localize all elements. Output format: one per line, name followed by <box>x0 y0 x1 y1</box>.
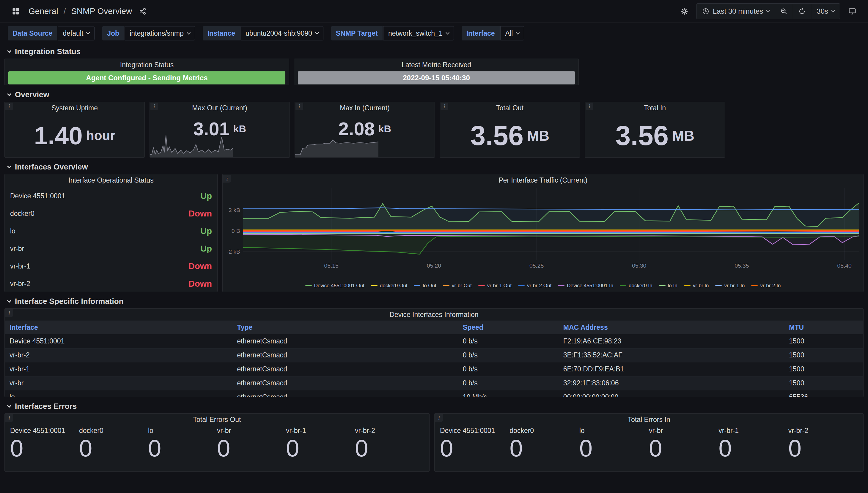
error-interface-name: Device 4551:0001 <box>10 427 79 435</box>
variable-current-value: All <box>505 29 513 38</box>
info-icon[interactable]: i <box>150 103 158 110</box>
panel-title[interactable]: Total In <box>585 102 725 114</box>
panel-title[interactable]: Interface Operational Status <box>5 174 217 186</box>
legend-item-docker0-in[interactable]: docker0 In <box>620 283 652 289</box>
error-stat: vr-br-20 <box>355 427 424 461</box>
panel-interface-operational-status: Interface Operational Status Device 4551… <box>4 174 218 292</box>
panel-title[interactable]: Total Out <box>440 102 580 114</box>
panel-total-errors-out: i Total Errors Out Device 4551:00010dock… <box>4 413 429 472</box>
error-count-value: 0 <box>788 436 858 461</box>
info-icon[interactable]: i <box>435 414 443 422</box>
panel-title[interactable]: Total Errors In <box>435 414 863 426</box>
breadcrumb-folder[interactable]: General <box>28 6 58 16</box>
dashboards-grid-icon[interactable] <box>8 3 24 19</box>
error-count-value: 0 <box>217 436 286 461</box>
legend-item-lo-out[interactable]: lo Out <box>414 283 436 289</box>
table-cell: vr-br <box>5 376 232 390</box>
legend-label: vr-br-1 Out <box>487 283 512 289</box>
series-color-swatch <box>751 285 758 286</box>
svg-text:05:20: 05:20 <box>427 262 441 269</box>
panel-title[interactable]: Max Out (Current) <box>150 102 290 114</box>
column-header-type[interactable]: Type <box>232 321 458 334</box>
legend-item-docker0-out[interactable]: docker0 Out <box>371 283 407 289</box>
breadcrumb-dashboard-title[interactable]: SNMP Overview <box>71 6 132 16</box>
info-icon[interactable]: i <box>5 309 13 317</box>
series-color-swatch <box>478 285 485 286</box>
section-interfaces-overview[interactable]: Interfaces Overview <box>0 162 868 172</box>
section-collapse-icon <box>7 164 11 168</box>
legend-item-vr-br-2-in[interactable]: vr-br-2 In <box>751 283 781 289</box>
interface-status-row: loUp <box>10 222 212 240</box>
panel-title[interactable]: Per Interface Traffic (Current) <box>223 174 863 186</box>
time-range-picker[interactable]: Last 30 minutes <box>696 3 775 19</box>
legend-item-device-4551-0001-out[interactable]: Device 4551:0001 Out <box>305 283 364 289</box>
column-header-mtu[interactable]: MTU <box>784 321 863 334</box>
sparkline-chart <box>295 132 378 157</box>
variable-value-dropdown[interactable]: integrations/snmp <box>125 26 195 40</box>
panel-title[interactable]: Max In (Current) <box>295 102 435 114</box>
panel-title[interactable]: System Uptime <box>5 102 144 114</box>
legend-item-device-4551-0001-in[interactable]: Device 4551:0001 In <box>558 283 613 289</box>
chevron-down-icon <box>766 8 770 12</box>
info-icon[interactable]: i <box>5 414 13 422</box>
legend-item-vr-br-1-out[interactable]: vr-br-1 Out <box>478 283 512 289</box>
variable-value-dropdown[interactable]: network_switch_1 <box>383 26 454 40</box>
dashboard-settings-button[interactable] <box>676 3 692 19</box>
table-cell: lo <box>5 390 232 397</box>
panel-title[interactable]: Latest Metric Received <box>294 59 578 71</box>
grid-icon <box>12 7 20 16</box>
column-header-mac-address[interactable]: MAC Address <box>559 321 784 334</box>
variable-data-source: Data Sourcedefault <box>8 26 94 40</box>
info-icon[interactable]: i <box>223 175 231 183</box>
series-color-swatch <box>518 285 525 286</box>
variable-value-dropdown[interactable]: default <box>58 26 94 40</box>
refresh-interval-dropdown[interactable]: 30s <box>811 3 840 19</box>
panel-title[interactable]: Integration Status <box>5 59 289 71</box>
variable-value-dropdown[interactable]: ubuntu2004-shb:9090 <box>241 26 324 40</box>
legend-item-lo-in[interactable]: lo In <box>659 283 677 289</box>
svg-text:2 kB: 2 kB <box>229 207 240 213</box>
refresh-button[interactable] <box>793 3 811 19</box>
legend-label: Device 4551:0001 In <box>567 283 613 289</box>
legend-label: vr-br-2 In <box>760 283 781 289</box>
table-row: Device 4551:0001ethernetCsmacd0 b/sF2:19… <box>5 334 863 348</box>
table-row: vr-br-1ethernetCsmacd0 b/s6E:70:DD:F9:EA… <box>5 362 863 376</box>
info-icon[interactable]: i <box>5 103 13 110</box>
series-color-swatch <box>715 285 722 286</box>
info-icon[interactable]: i <box>441 103 448 110</box>
section-interface-specific[interactable]: Interface Specific Information <box>0 297 868 306</box>
column-header-interface[interactable]: Interface <box>5 321 232 334</box>
legend-item-vr-br-in[interactable]: vr-br In <box>684 283 709 289</box>
legend-label: vr-br-1 In <box>724 283 744 289</box>
stat-value: 3.56 <box>470 122 524 149</box>
zoom-out-time-button[interactable] <box>775 3 793 19</box>
panel-total-in: i Total In 3.56 MB <box>585 102 725 157</box>
variable-job: Jobintegrations/snmp <box>102 26 195 40</box>
variable-value-dropdown[interactable]: All <box>500 26 525 40</box>
section-integration-status[interactable]: Integration Status <box>0 47 868 56</box>
stat-unit: kB <box>378 123 391 135</box>
error-stat: docker00 <box>79 427 148 461</box>
panel-title[interactable]: Total Errors Out <box>5 414 429 426</box>
kiosk-mode-button[interactable] <box>844 3 860 19</box>
error-stat: vr-br-10 <box>286 427 355 461</box>
monitor-icon <box>848 7 856 15</box>
column-header-speed[interactable]: Speed <box>458 321 559 334</box>
panel-per-interface-traffic: i Per Interface Traffic (Current) 2 kB0 … <box>222 174 864 292</box>
section-overview[interactable]: Overview <box>0 90 868 99</box>
info-icon[interactable]: i <box>585 103 593 110</box>
panel-title[interactable]: Device Interfaces Information <box>5 309 863 321</box>
stat-unit: MB <box>672 128 694 144</box>
legend-item-vr-br-2-out[interactable]: vr-br-2 Out <box>518 283 551 289</box>
section-interfaces-errors[interactable]: Interfaces Errors <box>0 402 868 411</box>
info-icon[interactable]: i <box>295 103 303 110</box>
interface-status-value: Down <box>188 261 212 271</box>
legend-item-vr-br-1-in[interactable]: vr-br-1 In <box>715 283 744 289</box>
stat-unit: kB <box>233 123 246 135</box>
table-cell: ethernetCsmacd <box>232 390 458 397</box>
error-count-value: 0 <box>649 436 718 461</box>
error-stat: Device 4551:00010 <box>440 427 510 461</box>
legend-item-vr-br-out[interactable]: vr-br Out <box>443 283 472 289</box>
table-cell: ethernetCsmacd <box>232 348 458 362</box>
share-button[interactable] <box>137 3 149 19</box>
